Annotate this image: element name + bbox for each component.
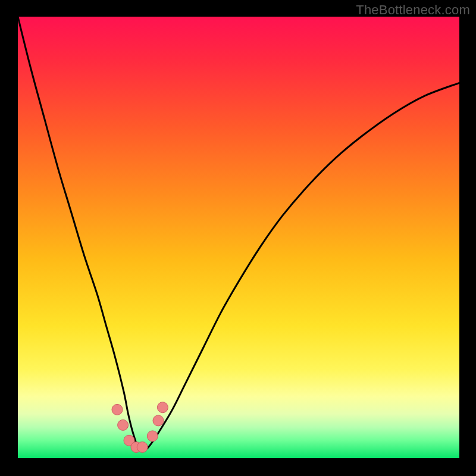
marker-dot xyxy=(153,415,164,426)
curve-layer xyxy=(18,17,459,458)
highlight-markers xyxy=(112,402,168,453)
bottleneck-curve xyxy=(18,17,459,450)
watermark-text: TheBottleneck.com xyxy=(356,2,470,18)
marker-dot xyxy=(147,431,158,441)
marker-dot xyxy=(112,404,123,415)
marker-dot xyxy=(118,419,129,430)
chart-frame: TheBottleneck.com xyxy=(0,0,476,476)
marker-dot xyxy=(137,442,148,453)
plot-area xyxy=(18,17,459,458)
marker-dot xyxy=(157,402,168,413)
